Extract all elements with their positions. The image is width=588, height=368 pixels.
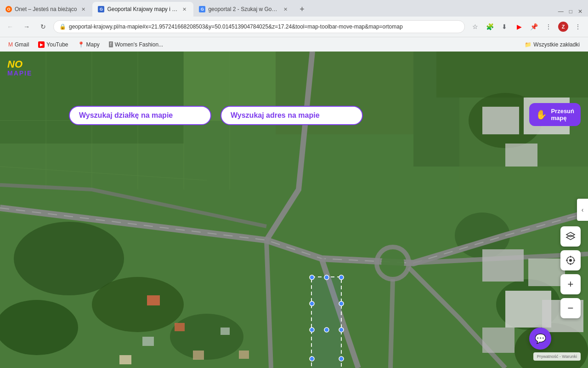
arrow-icon: ‹ <box>582 206 584 213</box>
bookmark-maps-label: Mapy <box>86 41 100 48</box>
gmail-favicon: M <box>8 41 13 48</box>
svg-rect-40 <box>220 328 230 335</box>
profile-avatar[interactable]: Z <box>557 20 570 33</box>
svg-point-24 <box>381 252 404 275</box>
svg-point-16 <box>92 277 184 332</box>
bookmark-fashion-label: Women's Fashion... <box>115 41 163 48</box>
tab-google-close[interactable]: ✕ <box>282 6 289 13</box>
tab-onet[interactable]: O Onet – Jesteś na bieżąco ✕ <box>0 2 92 17</box>
new-tab-button[interactable]: + <box>294 2 309 17</box>
bookmark-star-icon[interactable]: ☆ <box>469 20 481 33</box>
pin-icon[interactable]: 📌 <box>527 20 540 33</box>
svg-rect-36 <box>142 337 154 346</box>
bookmark-maps[interactable]: 📍 Mapy <box>74 40 103 49</box>
search-address-label: Wyszukaj adres na mapie <box>231 111 320 119</box>
svg-point-48 <box>324 328 329 332</box>
svg-point-55 <box>310 356 314 361</box>
svg-point-47 <box>310 328 314 332</box>
map-container[interactable]: NO MAPIE Wyszukaj działkę na mapie Wyszu… <box>0 52 588 368</box>
layers-icon <box>565 231 576 242</box>
tab-onet-close[interactable]: ✕ <box>79 6 87 13</box>
fashion-favicon: f <box>109 41 113 47</box>
svg-rect-25 <box>482 107 519 134</box>
recaptcha-text: Prywatność - Warunki <box>537 354 577 359</box>
svg-point-17 <box>170 314 243 360</box>
chat-button[interactable]: 💬 <box>529 328 551 350</box>
svg-marker-57 <box>566 232 575 237</box>
window-controls: — □ ✕ <box>556 6 588 17</box>
youtube-extension-icon[interactable]: ▶ <box>513 20 526 33</box>
layers-button[interactable] <box>560 226 581 247</box>
search-parcel-box[interactable]: Wyszukaj działkę na mapie <box>69 106 211 125</box>
zoom-in-icon: + <box>568 279 574 289</box>
location-button[interactable] <box>560 250 581 270</box>
maximize-icon[interactable]: □ <box>567 6 574 17</box>
svg-rect-27 <box>505 144 537 167</box>
browser-frame: O Onet – Jesteś na bieżąco ✕ G Geoportal… <box>0 0 588 368</box>
bookmark-fashion[interactable]: f Women's Fashion... <box>105 40 167 49</box>
more-icon[interactable]: ⋮ <box>542 20 555 33</box>
maps-favicon: 📍 <box>78 41 85 48</box>
location-icon <box>565 255 576 265</box>
svg-point-44 <box>310 275 314 280</box>
scroll-right-arrow[interactable]: ‹ <box>577 199 588 221</box>
bookmark-youtube[interactable]: ▶ YouTube <box>34 40 72 49</box>
map-logo: NO MAPIE <box>7 59 32 77</box>
zoom-in-button[interactable]: + <box>560 274 581 294</box>
tab-google-title: geoportal 2 - Szukaj w Google <box>208 6 279 12</box>
back-button[interactable]: ← <box>4 20 17 33</box>
svg-rect-38 <box>119 355 131 364</box>
minimize-icon[interactable]: — <box>556 6 565 17</box>
svg-marker-58 <box>566 235 575 240</box>
profile-letter: Z <box>558 22 568 32</box>
folder-icon: 📁 <box>525 41 531 48</box>
zoom-out-icon: − <box>568 303 574 313</box>
bookmarks-folder-label: Wszystkie zakładki <box>533 41 580 48</box>
svg-rect-29 <box>528 259 565 286</box>
svg-rect-39 <box>193 351 204 360</box>
hand-icon: ✋ <box>536 109 547 120</box>
svg-rect-13 <box>436 52 588 98</box>
youtube-favicon: ▶ <box>38 41 45 48</box>
tab-google-favicon: G <box>199 6 205 12</box>
tab-onet-title: Onet – Jesteś na bieżąco <box>15 6 77 12</box>
tab-geoportal[interactable]: G Geoportal Krajowy mapy i info... ✕ <box>92 2 193 17</box>
menu-button[interactable]: ⋮ <box>571 20 584 33</box>
bookmark-gmail-label: Gmail <box>15 41 29 48</box>
logo-mapie: MAPIE <box>7 70 32 77</box>
address-bar: ← → ↻ 🔒 geoportal-krajowy.pl/na-mapie#x=… <box>0 17 588 37</box>
svg-point-56 <box>339 356 344 361</box>
zoom-out-button[interactable]: − <box>560 298 581 318</box>
logo-no: NO <box>7 59 32 70</box>
forward-button[interactable]: → <box>20 20 33 33</box>
svg-rect-37 <box>175 323 185 331</box>
bookmark-gmail[interactable]: M Gmail <box>5 40 33 49</box>
svg-rect-42 <box>311 277 341 368</box>
tab-geoportal-title: Geoportal Krajowy mapy i info... <box>107 6 178 12</box>
close-window-icon[interactable]: ✕ <box>576 6 584 17</box>
tab-geoportal-favicon: G <box>98 6 104 12</box>
chat-icon: 💬 <box>535 333 546 344</box>
bookmarks-bar: M Gmail ▶ YouTube 📍 Mapy f Women's Fashi… <box>0 37 588 52</box>
bookmarks-folder[interactable]: 📁 Wszystkie zakładki <box>521 40 583 49</box>
svg-point-53 <box>310 301 314 306</box>
tab-google[interactable]: G geoportal 2 - Szukaj w Google ✕ <box>193 2 294 17</box>
reload-button[interactable]: ↻ <box>37 20 50 33</box>
svg-point-49 <box>339 328 344 332</box>
bookmark-youtube-label: YouTube <box>46 41 68 48</box>
toolbar-icons: ☆ 🧩 ⬇ ▶ 📌 ⋮ Z ⋮ <box>469 20 584 33</box>
search-boxes-container: Wyszukaj działkę na mapie Wyszukaj adres… <box>69 106 363 125</box>
tab-geoportal-close[interactable]: ✕ <box>181 6 188 13</box>
move-map-label: Przesuń mapę <box>551 108 574 121</box>
downloads-icon[interactable]: ⬇ <box>498 20 511 33</box>
move-map-button[interactable]: ✋ Przesuń mapę <box>529 103 581 126</box>
svg-rect-35 <box>147 295 160 305</box>
search-address-box[interactable]: Wyszukaj adres na mapie <box>220 106 363 125</box>
tab-bar: O Onet – Jesteś na bieżąco ✕ G Geoportal… <box>0 0 588 17</box>
svg-point-45 <box>324 275 329 280</box>
svg-point-60 <box>569 259 572 262</box>
lock-icon: 🔒 <box>59 23 66 30</box>
extension-puzzle-icon[interactable]: 🧩 <box>483 20 496 33</box>
url-bar[interactable]: 🔒 geoportal-krajowy.pl/na-mapie#x=21.957… <box>53 20 465 33</box>
svg-rect-41 <box>239 351 249 359</box>
